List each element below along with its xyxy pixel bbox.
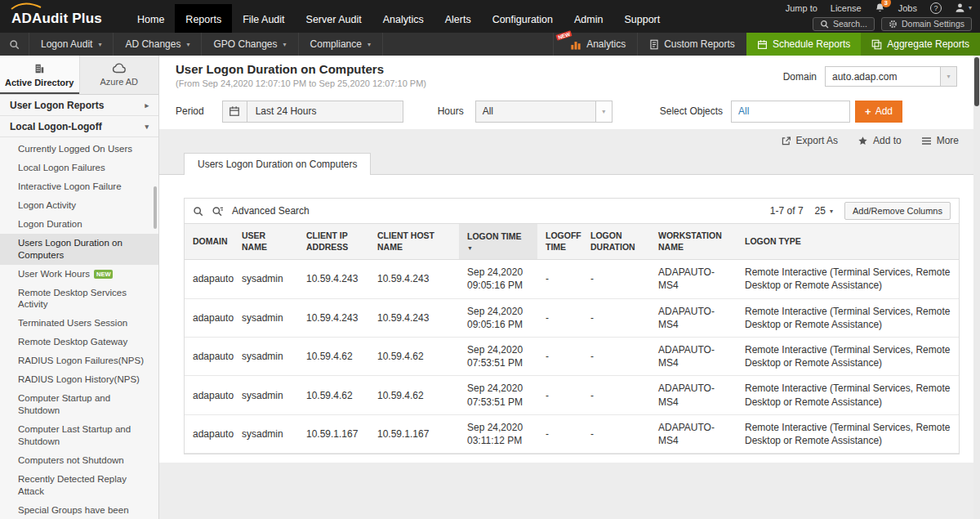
column-header[interactable]: LOGON DURATION ▼ (582, 224, 650, 260)
column-header[interactable]: CLIENT HOST NAME ▼ (369, 224, 459, 260)
sidebar-report-item[interactable]: RADIUS Logon Failures(NPS) (0, 351, 158, 370)
cell-domain: adapauto (185, 376, 234, 414)
topbar-nav-item[interactable]: File Audit (232, 4, 295, 33)
column-header[interactable]: LOGON TYPE ▼ (737, 224, 959, 260)
topbar-utility-row: Jump to License 3 Jobs ? ▾ (786, 2, 972, 14)
more-button[interactable]: More (921, 135, 959, 146)
cell-logoff-time: - (537, 260, 582, 298)
topbar-nav-item[interactable]: Reports (175, 4, 232, 33)
topbar-nav-item[interactable]: Analytics (372, 4, 434, 33)
tab-active-directory[interactable]: Active Directory (0, 56, 80, 94)
select-objects-input[interactable]: All (731, 101, 850, 123)
report-category-menu[interactable]: Logon Audit ▾ (29, 33, 114, 56)
sidebar-item-label: Logon Activity (18, 200, 76, 210)
sidebar-item-label: Computer Startup and Shutdown (18, 393, 110, 415)
notifications-bell-icon[interactable]: 3 (875, 2, 885, 13)
plus-icon: + (865, 105, 871, 118)
sidebar-report-item[interactable]: User Work HoursNEW (0, 265, 158, 284)
layers-icon (871, 39, 882, 50)
sidebar-report-item[interactable]: Computer Last Startup and Shutdown (0, 420, 158, 451)
report-category-menu[interactable]: GPO Changes ▾ (202, 33, 298, 56)
cell-logon-duration: - (582, 338, 650, 376)
global-search-input[interactable]: Search... (813, 17, 875, 31)
column-header[interactable]: DOMAIN ▼ (185, 224, 234, 260)
sidebar-report-item[interactable]: Local Logon Failures (0, 159, 158, 177)
sidebar-report-item[interactable]: Special Groups have been assigned to a N… (0, 501, 158, 519)
sidebar-report-item[interactable]: Terminated Users Session (0, 314, 158, 333)
sidebar-item-label: Recently Detected Replay Attack (18, 474, 127, 496)
chevron-down-icon: ▾ (368, 41, 371, 48)
sidebar-section-local-logon-logoff[interactable]: Local Logon-Logoff ▾ (0, 116, 158, 137)
jump-to-menu[interactable]: Jump to (786, 3, 817, 13)
chevron-right-icon: ▸ (145, 101, 149, 110)
app-logo[interactable]: ADAudit Plus (0, 0, 115, 33)
sidebar-report-item[interactable]: Currently Logged On Users (0, 140, 158, 159)
topbar-nav-item[interactable]: Configuration (482, 4, 564, 33)
column-header[interactable]: LOGOFF TIME ▼ (537, 224, 582, 260)
cell-client-ip: 10.59.1.167 (298, 414, 369, 453)
scrollbar-thumb[interactable] (974, 57, 979, 106)
sidebar-report-item[interactable]: Recently Detected Replay Attack (0, 470, 158, 501)
sidebar-report-item[interactable]: Computers not Shutdown (0, 451, 158, 470)
chevron-down-icon: ▾ (595, 101, 612, 122)
sidebar-report-item[interactable]: RADIUS Logon History(NPS) (0, 370, 158, 389)
page-size-select[interactable]: 25 ▾ (815, 205, 833, 217)
custom-reports-button[interactable]: Custom Reports (637, 33, 746, 56)
report-category-menu[interactable]: AD Changes ▾ (114, 33, 202, 56)
sidebar-report-item[interactable]: Logon Duration (0, 215, 158, 234)
sidebar-report-item[interactable]: Users Logon Duration on Computers (0, 234, 158, 265)
column-header[interactable]: LOGON TIME ▼ (459, 224, 537, 260)
vertical-scrollbar[interactable] (973, 56, 980, 519)
sidebar-section-user-logon-reports[interactable]: User Logon Reports ▸ (0, 95, 158, 116)
toolbar-search-icon[interactable] (0, 33, 29, 56)
bottom-spacer (159, 463, 973, 519)
column-header[interactable]: USER NAME ▼ (234, 224, 298, 260)
reports-toolbar: Logon Audit ▾ AD Changes ▾ GPO Changes ▾… (0, 33, 980, 56)
search-icon[interactable] (193, 206, 203, 217)
period-picker[interactable]: Last 24 Hours (222, 101, 403, 123)
add-to-button[interactable]: Add to (858, 135, 902, 146)
topbar-nav-item[interactable]: Server Audit (296, 4, 372, 33)
sidebar-item-label: Terminated Users Session (18, 318, 127, 328)
sidebar-report-item[interactable]: Logon Activity (0, 196, 158, 215)
column-header[interactable]: CLIENT IP ADDRESS ▼ (298, 224, 369, 260)
sidebar-report-item[interactable]: Computer Startup and Shutdown (0, 389, 158, 420)
building-icon (33, 63, 45, 74)
domain-settings-button[interactable]: Domain Settings (881, 17, 972, 31)
topbar-nav-item[interactable]: Home (127, 4, 175, 33)
cell-logoff-time: - (537, 376, 582, 414)
export-as-button[interactable]: Export As (781, 135, 838, 146)
hours-select[interactable]: All ▾ (475, 101, 612, 123)
user-account-menu[interactable]: ▾ (955, 2, 972, 13)
sidebar-report-item[interactable]: Interactive Logon Failure (0, 177, 158, 196)
schedule-reports-button[interactable]: Schedule Reports (746, 33, 861, 56)
analytics-button[interactable]: NEW Analytics (553, 33, 637, 56)
sidebar-scrollbar-thumb[interactable] (154, 186, 157, 229)
cell-workstation: ADAPAUTO-MS4 (650, 298, 737, 337)
help-icon[interactable]: ? (930, 2, 942, 14)
add-objects-button[interactable]: + Add (855, 101, 902, 123)
sidebar-item-label: Users Logon Duration on Computers (18, 238, 122, 260)
topbar-nav-item[interactable]: Admin (564, 4, 613, 33)
license-menu[interactable]: License (831, 3, 862, 13)
jobs-menu[interactable]: Jobs (898, 3, 917, 13)
gear-icon (889, 20, 898, 29)
topbar-nav-item[interactable]: Support (613, 4, 670, 33)
tab-users-logon-duration[interactable]: Users Logon Duration on Computers (184, 153, 371, 175)
filter-row: Period Last 24 Hours Hours All ▾ Select … (159, 93, 973, 129)
column-header[interactable]: WORKSTATION NAME ▼ (650, 224, 737, 260)
add-remove-columns-button[interactable]: Add/Remove Columns (844, 202, 951, 220)
domain-select[interactable]: auto.adap.com ▾ (825, 66, 957, 87)
topbar-nav-item[interactable]: Alerts (434, 4, 482, 33)
sidebar-report-item[interactable]: Remote Desktop Services Activity (0, 284, 158, 315)
advanced-search-icon[interactable] (212, 206, 224, 217)
sidebar-report-item[interactable]: Remote Desktop Gateway (0, 333, 158, 351)
aggregate-reports-button[interactable]: Aggregate Reports (861, 33, 980, 56)
cell-user-name: sysadmin (234, 376, 298, 414)
sidebar-report-list: Currently Logged On Users Local Logon Fa… (0, 137, 158, 519)
advanced-search-label[interactable]: Advanced Search (232, 205, 310, 217)
report-category-menu[interactable]: Compliance ▾ (299, 33, 383, 56)
report-content: Advanced Search 1-7 of 7 25 ▾ Add/Remove… (159, 175, 973, 463)
sidebar-item-label: Interactive Logon Failure (18, 181, 122, 191)
tab-azure-ad[interactable]: Azure AD (80, 56, 159, 94)
